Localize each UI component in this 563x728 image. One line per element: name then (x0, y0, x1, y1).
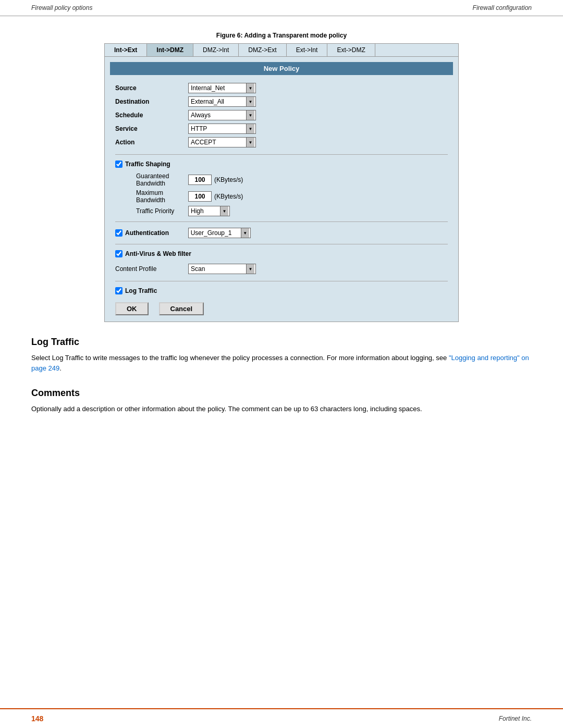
footer: 148 Fortinet Inc. (0, 708, 563, 728)
traffic-shaping-label: Traffic Shaping (125, 161, 170, 168)
source-label: Source (115, 84, 188, 92)
action-value: ACCEPT ▼ (188, 137, 256, 147)
authentication-select[interactable]: User_Group_1 ▼ (188, 228, 251, 238)
tab-dmz-ext[interactable]: DMZ->Ext (239, 44, 286, 56)
page-number: 148 (31, 714, 43, 723)
antivirus-checkbox[interactable] (115, 250, 123, 257)
header-right: Firewall configuration (473, 4, 532, 11)
tab-ext-dmz[interactable]: Ext->DMZ (327, 44, 375, 56)
antivirus-checkbox-row: Anti-Virus & Web filter (105, 248, 458, 260)
schedule-dropdown-arrow[interactable]: ▼ (246, 110, 254, 120)
authentication-dropdown-arrow[interactable]: ▼ (241, 228, 249, 238)
guaranteed-bandwidth-input[interactable] (188, 175, 212, 185)
button-row: OK Cancel (105, 297, 458, 322)
traffic-priority-dropdown-arrow[interactable]: ▼ (220, 206, 228, 216)
destination-label: Destination (115, 98, 188, 105)
service-label: Service (115, 125, 188, 132)
antivirus-label: Anti-Virus & Web filter (125, 250, 191, 257)
destination-value: External_All ▼ (188, 96, 256, 107)
service-value: HTTP ▼ (188, 124, 256, 134)
guaranteed-bandwidth-row: Guaranteed Bandwidth (KBytes/s) (136, 171, 448, 188)
maximum-bandwidth-unit: (KBytes/s) (214, 193, 243, 200)
log-traffic-heading: Log Traffic (31, 337, 532, 348)
authentication-checkbox[interactable] (115, 229, 123, 237)
log-traffic-body: Select Log Traffic to write messages to … (31, 353, 532, 373)
comments-heading: Comments (31, 388, 532, 399)
figure-caption: Figure 6: Adding a Transparent mode poli… (31, 32, 532, 39)
ok-button[interactable]: OK (115, 302, 149, 315)
log-traffic-checkbox-row: Log Traffic (105, 285, 458, 297)
content-profile-label: Content Profile (115, 265, 188, 273)
source-select[interactable]: Internal_Net ▼ (188, 83, 256, 93)
traffic-shaping-checkbox-row: Traffic Shaping (105, 158, 458, 170)
company-name: Fortinet Inc. (499, 715, 532, 722)
content-profile-row: Content Profile Scan ▼ (115, 262, 448, 276)
maximum-bandwidth-input[interactable] (188, 191, 212, 202)
tab-bar: Int->Ext Int->DMZ DMZ->Int DMZ->Ext Ext-… (105, 44, 458, 57)
cancel-button[interactable]: Cancel (159, 302, 204, 315)
action-label: Action (115, 139, 188, 146)
maximum-bandwidth-row: Maximum Bandwidth (KBytes/s) (136, 188, 448, 205)
source-value: Internal_Net ▼ (188, 83, 256, 93)
destination-select[interactable]: External_All ▼ (188, 96, 256, 107)
schedule-select[interactable]: Always ▼ (188, 110, 256, 120)
authentication-label: Authentication (125, 229, 169, 237)
divider-2 (115, 221, 448, 222)
action-dropdown-arrow[interactable]: ▼ (246, 138, 254, 147)
traffic-priority-row: Traffic Priority High ▼ (136, 205, 448, 217)
action-select[interactable]: ACCEPT ▼ (188, 137, 256, 147)
divider-4 (115, 281, 448, 281)
divider-1 (115, 154, 448, 155)
authentication-checkbox-row: Authentication User_Group_1 ▼ (105, 225, 458, 241)
maximum-bandwidth-label: Maximum Bandwidth (136, 189, 188, 204)
service-row: Service HTTP ▼ (115, 122, 448, 135)
content-profile-section: Content Profile Scan ▼ (105, 260, 458, 278)
policy-dialog: Int->Ext Int->DMZ DMZ->Int DMZ->Ext Ext-… (104, 43, 459, 322)
policy-form: New Policy Source Internal_Net ▼ Destina… (105, 62, 458, 322)
log-traffic-checkbox[interactable] (115, 287, 123, 294)
tab-int-ext[interactable]: Int->Ext (105, 44, 147, 56)
service-dropdown-arrow[interactable]: ▼ (246, 124, 254, 133)
tab-dmz-int[interactable]: DMZ->Int (193, 44, 239, 56)
content-profile-value: Scan ▼ (188, 264, 256, 274)
destination-row: Destination External_All ▼ (115, 95, 448, 108)
tab-ext-int[interactable]: Ext->Int (287, 44, 328, 56)
guaranteed-bandwidth-unit: (KBytes/s) (214, 176, 243, 183)
schedule-row: Schedule Always ▼ (115, 108, 448, 122)
main-content: Figure 6: Adding a Transparent mode poli… (0, 16, 563, 433)
traffic-priority-label: Traffic Priority (136, 207, 188, 215)
action-row: Action ACCEPT ▼ (115, 135, 448, 149)
content-profile-dropdown-arrow[interactable]: ▼ (246, 264, 254, 274)
divider-3 (115, 244, 448, 244)
log-traffic-label: Log Traffic (125, 287, 157, 294)
tab-int-dmz[interactable]: Int->DMZ (147, 44, 193, 56)
service-select[interactable]: HTTP ▼ (188, 124, 256, 134)
guaranteed-bandwidth-label: Guaranteed Bandwidth (136, 172, 188, 187)
source-dropdown-arrow[interactable]: ▼ (246, 83, 254, 93)
content-profile-select[interactable]: Scan ▼ (188, 264, 256, 274)
traffic-shaping-subsection: Guaranteed Bandwidth (KBytes/s) Maximum … (105, 170, 458, 218)
traffic-priority-select[interactable]: High ▼ (188, 206, 230, 216)
source-row: Source Internal_Net ▼ (115, 81, 448, 95)
schedule-value: Always ▼ (188, 110, 256, 120)
comments-body: Optionally add a description or other in… (31, 404, 532, 414)
page-header: Firewall policy options Firewall configu… (0, 0, 563, 16)
destination-dropdown-arrow[interactable]: ▼ (246, 97, 254, 106)
form-section-main: Source Internal_Net ▼ Destination Extern… (105, 79, 458, 151)
traffic-shaping-checkbox[interactable] (115, 161, 123, 168)
new-policy-header: New Policy (110, 62, 453, 75)
header-left: Firewall policy options (31, 4, 92, 11)
schedule-label: Schedule (115, 112, 188, 119)
